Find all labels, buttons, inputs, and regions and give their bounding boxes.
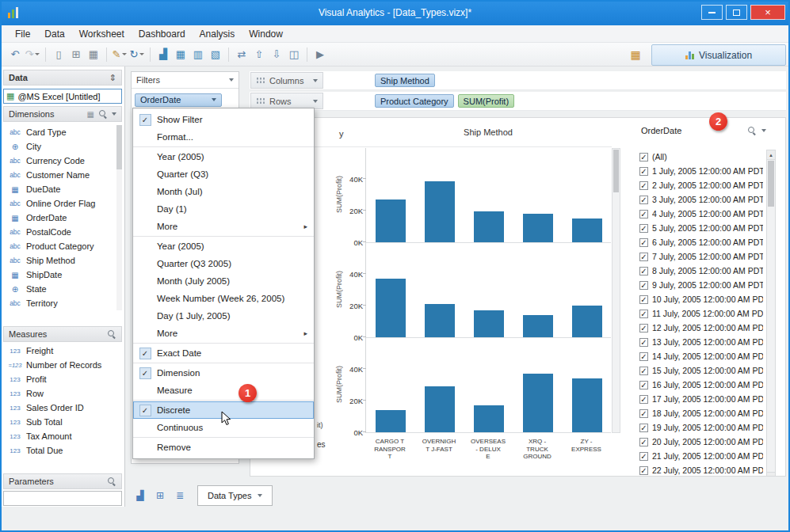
new-workbook-icon[interactable]: ▯	[50, 45, 67, 64]
maximize-button[interactable]	[726, 5, 747, 20]
search-icon[interactable]	[747, 126, 757, 135]
measure-sub-total[interactable]: 123Sub Total	[3, 415, 119, 429]
scroll-up-icon[interactable]: ▲	[767, 150, 775, 160]
menu-item-month-july-2005[interactable]: Month (July 2005)	[133, 272, 314, 290]
new-datasource-icon[interactable]: ⊞	[67, 45, 85, 64]
sort-ascending-icon[interactable]: ⇧	[250, 45, 268, 64]
checkbox-checked-icon[interactable]: ✓	[639, 196, 648, 204]
checkbox-checked-icon[interactable]: ✓	[639, 267, 648, 276]
menu-worksheet[interactable]: Worksheet	[72, 25, 132, 43]
dimension-customer-name[interactable]: abcCustomer Name	[3, 168, 119, 182]
bar-overseas-deluxe-row-panel-1[interactable]	[474, 211, 504, 242]
filter-item-7-july-2005-12-00-00-am-pdt[interactable]: ✓7 July, 2005 12:00:00 AM PDT	[639, 249, 763, 264]
filter-item-10-july-2005-12-00-00-am-pdt[interactable]: ✓10 July, 2005 12:00:00 AM PDT	[639, 292, 763, 306]
menu-item-show-filter[interactable]: ✓Show Filter	[133, 111, 314, 128]
bar-zy-express-row-panel-2[interactable]	[572, 306, 602, 337]
filter-item-2-july-2005-12-00-00-am-pdt[interactable]: ✓2 July, 2005 12:00:00 AM PDT	[639, 178, 763, 192]
dropdown-caret-icon[interactable]	[112, 112, 116, 116]
save-icon[interactable]: ▦	[85, 45, 102, 64]
data-view-button[interactable]: ▦	[627, 47, 644, 63]
filter-item-12-july-2005-12-00-00-am-pdt[interactable]: ✓12 July, 2005 12:00:00 AM PDT	[639, 321, 763, 335]
dropdown-caret-icon[interactable]	[761, 129, 766, 132]
dropdown-caret-icon[interactable]	[258, 494, 262, 497]
menu-analysis[interactable]: Analysis	[193, 25, 242, 43]
new-worksheet-tab-icon[interactable]: ▟	[132, 488, 149, 504]
bar-overseas-deluxe-row-panel-2[interactable]	[474, 310, 504, 337]
highlight-table-icon[interactable]: ◫	[285, 45, 303, 64]
filter-item-15-july-2005-12-00-00-am-pdt[interactable]: ✓15 July, 2005 12:00:00 AM PDT	[639, 363, 763, 378]
checkbox-checked-icon[interactable]: ✓	[639, 167, 648, 176]
menu-item-year-2005[interactable]: Year (2005)	[133, 238, 314, 255]
dimension-territory[interactable]: abcTerritory	[3, 296, 119, 310]
x-axis-label-zy-express[interactable]: ZY - EXPRESS	[562, 435, 611, 461]
checkbox-checked-icon[interactable]: ✓	[639, 210, 648, 218]
filter-scrollbar[interactable]: ▲ ▼	[766, 150, 776, 477]
checkbox-checked-icon[interactable]: ✓	[639, 238, 648, 247]
checkbox-checked-icon[interactable]: ✓	[639, 466, 648, 475]
menu-item-dimension[interactable]: ✓Dimension	[133, 364, 314, 382]
menu-item-remove[interactable]: Remove	[133, 439, 314, 456]
filter-item-9-july-2005-12-00-00-am-pdt[interactable]: ✓9 July, 2005 12:00:00 AM PDT	[639, 278, 763, 292]
sheet-sorter-icon[interactable]: ≣	[171, 488, 189, 504]
filter-item-11-july-2005-12-00-00-am-pdt[interactable]: ✓11 July, 2005 12:00:00 AM PDT	[639, 306, 763, 321]
filter-item-8-july-2005-12-00-00-am-pdt[interactable]: ✓8 July, 2005 12:00:00 AM PDT	[639, 264, 763, 278]
filter-item-21-july-2005-12-00-00-am-pdt[interactable]: ✓21 July, 2005 12:00:00 AM PDT	[639, 449, 763, 463]
dimension-online-order-flag[interactable]: abcOnline Order Flag	[3, 196, 119, 211]
measure-number-of-records[interactable]: =123Number of Records	[3, 358, 119, 372]
menu-item-year-2005[interactable]: Year (2005)	[133, 148, 314, 165]
checkbox-checked-icon[interactable]: ✓	[639, 281, 648, 290]
checkbox-checked-icon[interactable]: ✓	[639, 452, 648, 461]
measure-tax-amount[interactable]: 123Tax Amount	[3, 429, 119, 443]
checkbox-checked-icon[interactable]: ✓	[639, 424, 648, 432]
menu-file[interactable]: File	[8, 25, 37, 43]
columns-shelf-label[interactable]: Columns	[250, 72, 323, 89]
filter-item-18-july-2005-12-00-00-am-pdt[interactable]: ✓18 July, 2005 12:00:00 AM PDT	[639, 406, 763, 420]
checkbox-checked-icon[interactable]: ✓	[639, 438, 648, 446]
scrollbar-thumb[interactable]	[613, 150, 619, 192]
dimension-currency-code[interactable]: abcCurrency Code	[3, 154, 119, 168]
checkbox-checked-icon[interactable]: ✓	[639, 253, 648, 261]
dropdown-caret-icon[interactable]	[229, 78, 234, 82]
bar-xrq-truck-ground-row-panel-2[interactable]	[523, 315, 553, 337]
view-data-icon[interactable]: ▦	[87, 110, 94, 119]
filter-item-14-july-2005-12-00-00-am-pdt[interactable]: ✓14 July, 2005 12:00:00 AM PDT	[639, 349, 763, 363]
chart-scrollbar[interactable]	[612, 148, 620, 433]
filter-item-16-july-2005-12-00-00-am-pdt[interactable]: ✓16 July, 2005 12:00:00 AM PDT	[639, 378, 763, 392]
menu-item-day-1-july-2005[interactable]: Day (1 July, 2005)	[133, 307, 314, 325]
filters-shelf-header[interactable]: Filters	[132, 72, 239, 89]
checkbox-checked-icon[interactable]: ✓	[639, 181, 648, 190]
sort-descending-icon[interactable]: ⇩	[268, 45, 285, 64]
pill-product-category[interactable]: Product Category	[375, 94, 454, 108]
bar-overseas-deluxe-row-panel-3[interactable]	[474, 405, 504, 432]
dimension-postalcode[interactable]: abcPostalCode	[3, 225, 119, 239]
checkbox-checked-icon[interactable]: ✓	[639, 153, 648, 162]
bar-cargo-transport-row-panel-2[interactable]	[376, 279, 406, 337]
menu-item-quarter-q3-2005[interactable]: Quarter (Q3 2005)	[133, 255, 314, 272]
bar-zy-express-row-panel-3[interactable]	[572, 378, 602, 432]
menu-item-measure[interactable]: Measure	[133, 382, 314, 399]
format-wand-icon[interactable]: ✎	[111, 45, 128, 64]
measure-total-due[interactable]: 123Total Due	[3, 443, 119, 458]
checkbox-checked-icon[interactable]: ✓	[639, 338, 648, 347]
dual-chart-icon[interactable]: ▥	[189, 45, 207, 64]
histogram-chart-icon[interactable]: ▧	[207, 45, 224, 64]
swap-axes-icon[interactable]: ⇄	[233, 45, 250, 64]
checkbox-checked-icon[interactable]: ✓	[639, 324, 648, 332]
filter-item-5-july-2005-12-00-00-am-pdt[interactable]: ✓5 July, 2005 12:00:00 AM PDT	[639, 221, 763, 235]
measure-profit[interactable]: 123Profit	[3, 372, 119, 386]
filter-item-3-july-2005-12-00-00-am-pdt[interactable]: ✓3 July, 2005 12:00:00 AM PDT	[639, 192, 763, 207]
filter-item-1-july-2005-12-00-00-am-pdt[interactable]: ✓1 July, 2005 12:00:00 AM PDT	[639, 164, 763, 178]
menu-item-week-number-week-26-2005[interactable]: Week Number (Week 26, 2005)	[133, 290, 314, 307]
x-axis-label-overseas-deluxe[interactable]: OVERSEAS - DELUX E	[464, 435, 513, 461]
new-dashboard-tab-icon[interactable]: ⊞	[151, 488, 169, 504]
dimension-duedate[interactable]: ▦DueDate	[3, 182, 119, 196]
datasource-item[interactable]: ▦ @MS Excel [Untitled]	[3, 89, 122, 104]
measure-sales-order-id[interactable]: 123Sales Order ID	[3, 401, 119, 415]
rows-shelf-label[interactable]: Rows	[250, 93, 323, 109]
filter-item-22-july-2005-12-00-00-am-pdt[interactable]: ✓22 July, 2005 12:00:00 AM PDT	[639, 463, 763, 477]
dropdown-caret-icon[interactable]	[212, 98, 216, 101]
checkbox-checked-icon[interactable]: ✓	[639, 395, 648, 404]
refresh-data-icon[interactable]: ↻	[128, 45, 146, 64]
checkbox-checked-icon[interactable]: ✓	[639, 310, 648, 318]
search-icon[interactable]	[98, 109, 108, 119]
